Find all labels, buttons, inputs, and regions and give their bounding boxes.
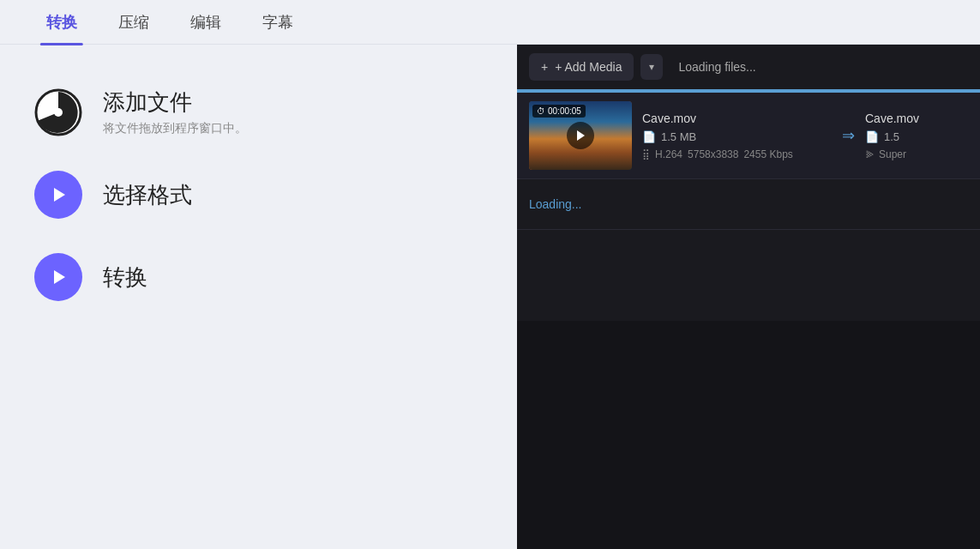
- file-output: Cave.mov 📄 1.5 ⫸ Super: [865, 112, 968, 160]
- file-tech-row: ⣿ H.264 5758x3838 2455 Kbps: [642, 148, 832, 160]
- main-content: 添加文件 将文件拖放到程序窗口中。 选择格式 转换: [0, 45, 980, 549]
- step-select-format: 选择格式: [34, 171, 483, 219]
- plus-icon: +: [541, 60, 548, 74]
- tab-subtitle[interactable]: 字幕: [242, 0, 314, 45]
- file-name: Cave.mov: [642, 112, 832, 125]
- nav-tabs: 转换 压缩 编辑 字幕: [0, 0, 980, 45]
- add-media-button[interactable]: + + Add Media: [529, 53, 634, 81]
- file-bitrate: 2455 Kbps: [743, 148, 792, 160]
- step-convert: 转换: [34, 253, 483, 301]
- step2-text: 选择格式: [103, 180, 192, 210]
- bottom-area: [517, 321, 980, 549]
- file-codec: H.264: [655, 148, 682, 160]
- file-item: ⏱ 00:00:05 Cave.mov 📄 1.5 MB: [517, 93, 980, 179]
- output-size-row: 📄 1.5: [865, 130, 968, 143]
- loading-status: Loading files...: [670, 60, 968, 74]
- loading-text: Loading...: [529, 197, 582, 211]
- svg-marker-2: [54, 188, 65, 202]
- progress-bar-fill: [517, 89, 980, 93]
- file-size-row: 📄 1.5 MB: [642, 130, 832, 143]
- quality-icon: ⫸: [865, 148, 875, 160]
- output-file-icon: 📄: [865, 130, 879, 143]
- right-panel: + + Add Media ▾ Loading files... ⏱: [517, 45, 980, 549]
- left-panel: 添加文件 将文件拖放到程序窗口中。 选择格式 转换: [0, 45, 517, 549]
- step3-title: 转换: [103, 262, 147, 293]
- select-format-icon: [34, 171, 82, 219]
- output-size-value: 1.5: [884, 130, 899, 143]
- step3-text: 转换: [103, 262, 147, 293]
- quality-value: Super: [879, 148, 906, 160]
- file-list: ⏱ 00:00:05 Cave.mov 📄 1.5 MB: [517, 93, 980, 321]
- svg-marker-3: [54, 270, 65, 284]
- play-overlay[interactable]: [567, 122, 594, 149]
- file-icon: 📄: [642, 130, 656, 143]
- step-add-file: 添加文件 将文件拖放到程序窗口中。: [34, 87, 483, 136]
- add-media-dropdown[interactable]: ▾: [640, 54, 663, 80]
- step1-subtitle: 将文件拖放到程序窗口中。: [103, 121, 247, 136]
- svg-point-1: [54, 108, 63, 117]
- codec-icon: ⣿: [642, 148, 650, 160]
- output-quality-row: ⫸ Super: [865, 148, 968, 160]
- tab-convert[interactable]: 转换: [26, 0, 98, 45]
- loading-section: Loading...: [517, 179, 980, 230]
- file-resolution: 5758x3838: [688, 148, 738, 160]
- add-file-icon: [34, 88, 82, 136]
- convert-arrow-icon: ⇒: [842, 126, 855, 145]
- tab-compress[interactable]: 压缩: [98, 0, 170, 45]
- progress-bar: [517, 89, 980, 93]
- output-name: Cave.mov: [865, 112, 968, 125]
- convert-icon: [34, 253, 82, 301]
- file-thumbnail: ⏱ 00:00:05: [529, 101, 632, 170]
- step2-title: 选择格式: [103, 180, 192, 210]
- file-size: 1.5 MB: [661, 130, 696, 143]
- duration-badge: ⏱ 00:00:05: [532, 105, 586, 118]
- file-info: Cave.mov 📄 1.5 MB ⣿ H.264 5758x3838 2455…: [642, 112, 832, 160]
- media-header: + + Add Media ▾ Loading files...: [517, 45, 980, 89]
- step1-title: 添加文件: [103, 87, 247, 118]
- svg-marker-4: [577, 130, 585, 141]
- step1-text: 添加文件 将文件拖放到程序窗口中。: [103, 87, 247, 136]
- tab-edit[interactable]: 编辑: [170, 0, 242, 45]
